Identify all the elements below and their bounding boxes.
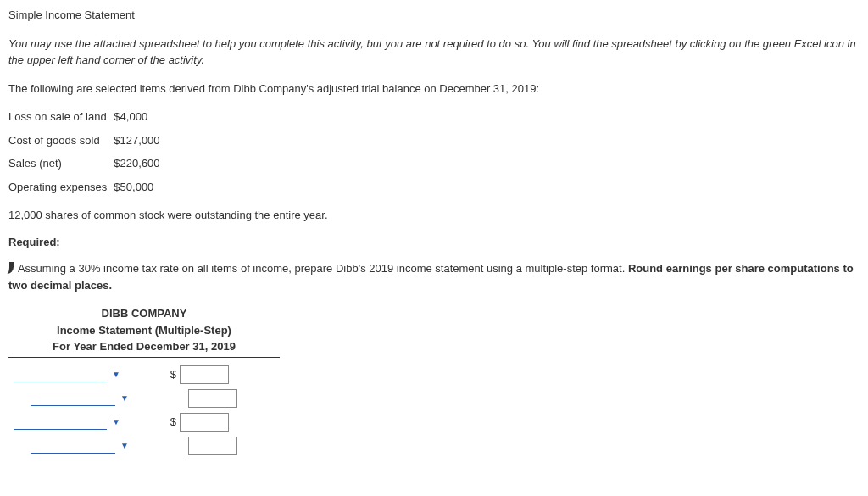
amount-input[interactable] <box>180 365 229 384</box>
statement-title: Income Statement (Multiple-Step) <box>8 322 280 339</box>
statement-period: For Year Ended December 31, 2019 <box>8 338 280 358</box>
trial-balance-table: Loss on sale of land $4,000 Cost of good… <box>8 105 167 198</box>
requirement-body: Assuming a 30% income tax rate on all it… <box>18 262 628 275</box>
tb-label: Operating expenses <box>8 176 114 199</box>
required-label: Required: <box>8 234 860 251</box>
dropdown-icon[interactable]: ▼ <box>120 392 129 404</box>
dropdown-icon[interactable]: ▼ <box>120 439 129 452</box>
statement-header: DIBB COMPANY Income Statement (Multiple-… <box>8 305 280 358</box>
currency-symbol: $ <box>168 366 176 383</box>
requirement-text: Assuming a 30% income tax rate on all it… <box>8 260 860 293</box>
table-row: Loss on sale of land $4,000 <box>8 105 167 129</box>
table-row: Sales (net) $220,600 <box>8 152 167 176</box>
amount-input[interactable] <box>188 437 237 455</box>
line-item-input[interactable] <box>31 437 115 454</box>
page-title: Simple Income Statement <box>8 7 860 24</box>
table-row: Operating expenses $50,000 <box>8 176 167 199</box>
line-item-input[interactable] <box>14 414 107 430</box>
dropdown-icon[interactable]: ▼ <box>112 415 120 428</box>
table-row: Cost of goods sold $127,000 <box>8 129 167 153</box>
statement-company: DIBB COMPANY <box>8 305 280 322</box>
tb-amount: $4,000 <box>114 105 166 129</box>
tb-amount: $50,000 <box>114 176 166 199</box>
tb-label: Cost of goods sold <box>8 129 114 153</box>
tb-label: Loss on sale of land <box>8 105 114 129</box>
statement-row: ▼ $ <box>8 387 860 410</box>
statement-rows: ▼ $ ▼ $ ▼ $ ▼ $ <box>8 363 860 458</box>
dropdown-icon[interactable]: ▼ <box>112 368 120 381</box>
line-item-input[interactable] <box>31 390 115 406</box>
bullet-icon <box>8 262 14 274</box>
amount-input[interactable] <box>188 389 237 408</box>
tb-amount: $220,600 <box>114 152 166 176</box>
statement-row: ▼ $ <box>8 434 860 458</box>
currency-symbol: $ <box>168 414 176 431</box>
tb-label: Sales (net) <box>8 152 114 176</box>
line-item-input[interactable] <box>14 366 107 382</box>
instructions-text: You may use the attached spreadsheet to … <box>8 36 860 69</box>
shares-note: 12,000 shares of common stock were outst… <box>8 207 860 224</box>
amount-input[interactable] <box>180 413 229 432</box>
tb-amount: $127,000 <box>114 129 166 153</box>
statement-row: ▼ $ <box>8 363 860 387</box>
intro-text: The following are selected items derived… <box>8 81 860 98</box>
statement-row: ▼ $ <box>8 410 860 434</box>
